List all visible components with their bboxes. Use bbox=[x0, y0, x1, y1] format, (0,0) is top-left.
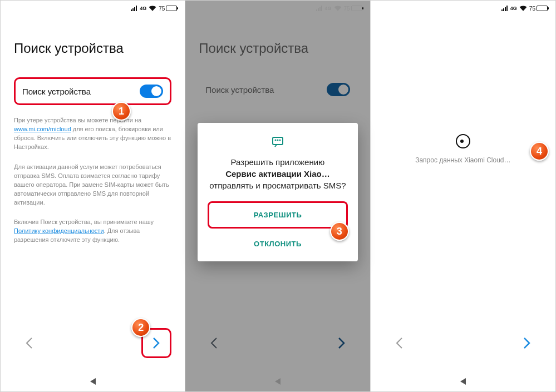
loading-indicator: Запрос данных Xiaomi Cloud… bbox=[371, 134, 555, 164]
permission-dialog: Разрешить приложению Сервис активации Xi… bbox=[198, 123, 357, 261]
signal-bars-icon bbox=[501, 6, 508, 11]
toggle-label: Поиск устройства bbox=[22, 87, 91, 96]
info-paragraph-1: При утере устройства вы можете перейти н… bbox=[14, 116, 171, 152]
dialog-message: Разрешить приложению Сервис активации Xi… bbox=[208, 156, 347, 191]
wifi-icon bbox=[519, 6, 527, 11]
spinner-icon bbox=[456, 134, 470, 148]
network-type: 4G bbox=[510, 6, 517, 11]
annotation-badge-3: 3 bbox=[330, 222, 349, 241]
info-paragraph-3: Включив Поиск устройства, вы принимаете … bbox=[14, 218, 171, 245]
status-bar: 4G 75 bbox=[371, 1, 555, 16]
screen-2-permission-dialog: 4G 75 Поиск устройства Поиск устройства bbox=[185, 1, 370, 391]
loading-text: Запрос данных Xiaomi Cloud… bbox=[371, 156, 555, 164]
sms-icon bbox=[208, 135, 347, 151]
annotation-badge-4: 4 bbox=[530, 142, 549, 161]
signal-bars-icon bbox=[131, 6, 137, 11]
page-title: Поиск устройства bbox=[14, 41, 171, 56]
bottom-nav bbox=[1, 328, 185, 358]
find-device-toggle-row[interactable]: Поиск устройства bbox=[14, 77, 171, 105]
battery-indicator: 75 bbox=[529, 6, 548, 12]
nav-back-button[interactable] bbox=[384, 328, 414, 358]
allow-button[interactable]: РАЗРЕШИТЬ bbox=[208, 201, 347, 229]
bottom-nav bbox=[371, 328, 555, 358]
annotation-badge-1: 1 bbox=[112, 102, 131, 121]
privacy-link[interactable]: Политику конфиденциальности bbox=[14, 227, 104, 234]
deny-button[interactable]: ОТКЛОНИТЬ bbox=[208, 232, 347, 256]
screen-1-find-device: 4G 75 Поиск устройства Поиск устройства … bbox=[1, 1, 185, 391]
battery-indicator: 75 bbox=[159, 6, 177, 12]
info-paragraph-2: Для активации данной услуги может потреб… bbox=[14, 163, 171, 207]
screen-3-loading: 4G 75 Запрос данных Xiaomi Cloud… 4 bbox=[371, 1, 555, 391]
nav-back-button[interactable] bbox=[14, 328, 44, 358]
nav-next-button[interactable] bbox=[512, 328, 542, 358]
system-nav-back[interactable] bbox=[371, 378, 555, 385]
toggle-switch[interactable] bbox=[140, 85, 163, 98]
wifi-icon bbox=[149, 6, 156, 11]
network-type: 4G bbox=[140, 6, 146, 11]
status-bar: 4G 75 bbox=[1, 1, 185, 16]
micloud-link[interactable]: www.mi.com/micloud bbox=[14, 126, 71, 132]
system-nav-back[interactable] bbox=[1, 378, 185, 385]
